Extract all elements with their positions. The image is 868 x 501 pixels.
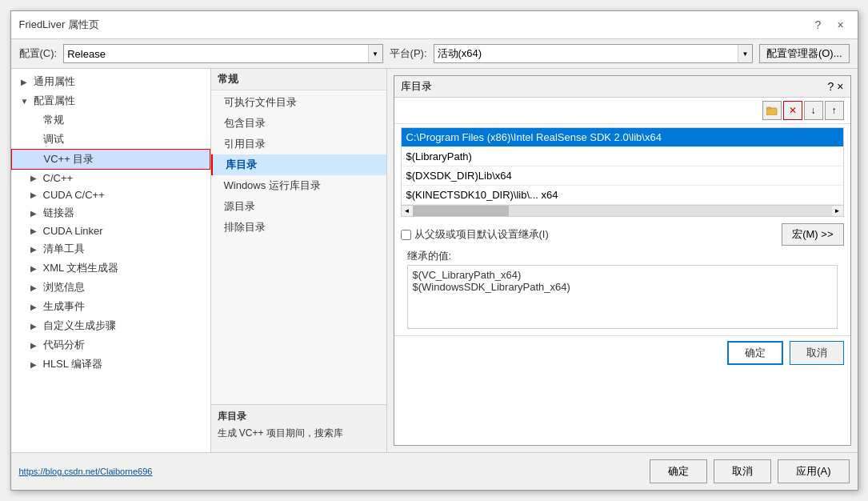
move-down-button[interactable]: ↓: [804, 101, 823, 120]
apply-button[interactable]: 应用(A): [778, 459, 849, 483]
inherit-checkbox[interactable]: [401, 230, 411, 240]
mid-item[interactable]: Windows 运行库目录: [211, 175, 386, 196]
main-dialog: FriedLiver 属性页 ? × 配置(C): Release ▼ 平台(P…: [10, 10, 858, 491]
inherited-value-item: $(VC_LibraryPath_x64): [413, 269, 832, 281]
prop-list-container: C:\Program Files (x86)\Intel RealSense S…: [401, 127, 844, 217]
prop-ok-button[interactable]: 确定: [727, 341, 783, 365]
prop-dialog-footer: 确定 取消: [394, 335, 850, 370]
tree-item-label: XML 文档生成器: [43, 261, 119, 275]
main-content: ▶通用属性▼配置属性常规调试VC++ 目录▶C/C++▶CUDA C/C++▶链…: [11, 69, 858, 452]
expand-icon: ▶: [30, 360, 40, 369]
expand-icon: ▼: [21, 97, 30, 106]
ok-button[interactable]: 确定: [650, 459, 707, 483]
help-button[interactable]: ?: [810, 16, 827, 34]
mid-item[interactable]: 可执行文件目录: [211, 92, 386, 113]
prop-cancel-button[interactable]: 取消: [790, 341, 844, 365]
tree-item-label: 代码分析: [43, 338, 85, 352]
tree-item-label: CUDA C/C++: [43, 189, 105, 201]
tree-item-label: 浏览信息: [43, 280, 85, 295]
scroll-left-button[interactable]: ◄: [402, 206, 413, 217]
mid-panel-desc: 库目录 生成 VC++ 项目期间，搜索库: [211, 404, 386, 452]
tree-item-label: C/C++: [43, 172, 74, 184]
inherit-checkbox-label[interactable]: 从父级或项目默认设置继承(I): [401, 227, 549, 242]
expand-icon: ▶: [21, 78, 30, 86]
config-dropdown-arrow[interactable]: ▼: [368, 45, 382, 62]
tree-item[interactable]: ▶CUDA Linker: [11, 222, 210, 239]
mid-item[interactable]: 引用目录: [211, 134, 386, 154]
tree-item-label: 调试: [43, 132, 64, 146]
macro-button[interactable]: 宏(M) >>: [782, 223, 843, 246]
tree-item[interactable]: VC++ 目录: [11, 149, 210, 170]
inherited-values: $(VC_LibraryPath_x64)$(WindowsSDK_Librar…: [407, 265, 838, 329]
close-button[interactable]: ×: [832, 16, 850, 34]
prop-dialog-titlebar: 库目录 ? ×: [394, 76, 850, 98]
prop-dialog: 库目录 ? × ✕ ↓ ↑: [394, 75, 851, 446]
left-tree-panel: ▶通用属性▼配置属性常规调试VC++ 目录▶C/C++▶CUDA C/C++▶链…: [11, 69, 211, 452]
horiz-scroll-track: [413, 206, 832, 216]
tree-item-label: 自定义生成步骤: [43, 319, 116, 333]
config-select[interactable]: Release ▼: [63, 44, 382, 63]
prop-toolbar: ✕ ↓ ↑: [394, 98, 850, 124]
prop-list-item[interactable]: $(LibraryPath): [402, 147, 843, 166]
expand-icon: ▶: [30, 283, 40, 292]
tree-item-label: 通用属性: [34, 74, 75, 89]
tree-item[interactable]: ▶XML 文档生成器: [11, 259, 210, 278]
title-controls: ? ×: [810, 16, 850, 34]
expand-icon: ▶: [30, 322, 40, 331]
footer-link[interactable]: https://blog.csdn.net/Claiborne696: [19, 467, 153, 476]
tree-item[interactable]: ▶代码分析: [11, 335, 210, 355]
dialog-footer: https://blog.csdn.net/Claiborne696 确定 取消…: [11, 452, 858, 490]
move-up-button[interactable]: ↑: [825, 101, 844, 120]
tree-item-label: HLSL 编译器: [43, 357, 103, 371]
platform-dropdown-arrow[interactable]: ▼: [738, 45, 752, 62]
tree-item[interactable]: ▶C/C++: [11, 170, 210, 186]
folder-button[interactable]: [762, 101, 782, 120]
tree-item[interactable]: ▶链接器: [11, 203, 210, 222]
tree-item[interactable]: 调试: [11, 130, 210, 149]
tree-item[interactable]: ▶HLSL 编译器: [11, 355, 210, 374]
prop-close-button[interactable]: ×: [837, 80, 843, 93]
mid-item[interactable]: 库目录: [211, 154, 386, 175]
mid-panel-desc-text: 生成 VC++ 项目期间，搜索库: [218, 427, 380, 440]
prop-help-button[interactable]: ?: [828, 80, 834, 93]
mid-panel-list: 可执行文件目录包含目录引用目录库目录Windows 运行库目录源目录排除目录: [211, 90, 386, 404]
tree-item[interactable]: ▼配置属性: [11, 91, 210, 110]
delete-button[interactable]: ✕: [783, 101, 802, 120]
scroll-right-button[interactable]: ►: [832, 206, 843, 217]
tree-item[interactable]: ▶通用属性: [11, 72, 210, 91]
expand-icon: ▶: [30, 174, 40, 182]
mid-panel-desc-title: 库目录: [218, 410, 380, 423]
prop-dialog-title: 库目录: [401, 79, 432, 94]
mid-panel-header: 常规: [211, 69, 386, 90]
tree-item[interactable]: ▶清单工具: [11, 239, 210, 259]
mid-item[interactable]: 排除目录: [211, 217, 386, 238]
mid-item[interactable]: 源目录: [211, 196, 386, 217]
tree-item[interactable]: ▶自定义生成步骤: [11, 316, 210, 335]
tree-item-label: 常规: [43, 113, 64, 127]
expand-icon: ▶: [30, 303, 40, 311]
config-value: Release: [64, 48, 367, 60]
mid-panel: 常规 可执行文件目录包含目录引用目录库目录Windows 运行库目录源目录排除目…: [211, 69, 387, 452]
prop-list-item[interactable]: C:\Program Files (x86)\Intel RealSense S…: [402, 128, 843, 147]
inherited-value-item: $(WindowsSDK_LibraryPath_x64): [413, 281, 832, 293]
horiz-scrollbar[interactable]: ◄ ►: [402, 205, 843, 216]
tree-item[interactable]: 常规: [11, 110, 210, 130]
right-panel: 库目录 ? × ✕ ↓ ↑: [387, 69, 858, 452]
inherited-title: 继承的值:: [401, 249, 844, 265]
expand-icon: ▶: [30, 264, 40, 273]
tree-item[interactable]: ▶生成事件: [11, 297, 210, 316]
tree-item[interactable]: ▶浏览信息: [11, 278, 210, 297]
cancel-button[interactable]: 取消: [714, 459, 771, 483]
prop-list-item[interactable]: $(KINECTSDK10_DIR)\lib\... x64: [402, 186, 843, 205]
expand-icon: ▶: [30, 341, 40, 350]
prop-list-item[interactable]: $(DXSDK_DIR)Lib\x64: [402, 166, 843, 186]
dialog-title: FriedLiver 属性页: [19, 18, 99, 32]
tree-item-label: 生成事件: [43, 299, 85, 314]
prop-list: C:\Program Files (x86)\Intel RealSense S…: [402, 128, 843, 205]
platform-select[interactable]: 活动(x64) ▼: [434, 44, 753, 63]
tree-item[interactable]: ▶CUDA C/C++: [11, 186, 210, 203]
tree-item-label: CUDA Linker: [43, 225, 103, 237]
config-manager-button[interactable]: 配置管理器(O)...: [759, 44, 850, 63]
tree-item-label: 配置属性: [34, 94, 75, 108]
mid-item[interactable]: 包含目录: [211, 113, 386, 134]
